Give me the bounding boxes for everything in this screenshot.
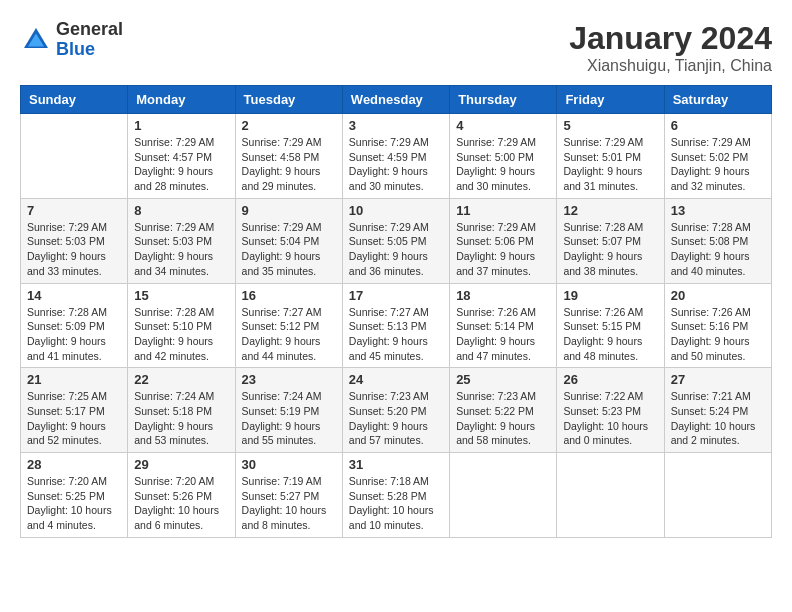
calendar-cell: 22Sunrise: 7:24 AMSunset: 5:18 PMDayligh…: [128, 368, 235, 453]
calendar-cell: 26Sunrise: 7:22 AMSunset: 5:23 PMDayligh…: [557, 368, 664, 453]
day-info: Sunrise: 7:28 AMSunset: 5:08 PMDaylight:…: [671, 220, 765, 279]
day-info: Sunrise: 7:24 AMSunset: 5:18 PMDaylight:…: [134, 389, 228, 448]
calendar-cell: 15Sunrise: 7:28 AMSunset: 5:10 PMDayligh…: [128, 283, 235, 368]
day-number: 7: [27, 203, 121, 218]
day-info: Sunrise: 7:22 AMSunset: 5:23 PMDaylight:…: [563, 389, 657, 448]
day-number: 31: [349, 457, 443, 472]
location: Xianshuigu, Tianjin, China: [569, 57, 772, 75]
day-number: 6: [671, 118, 765, 133]
day-info: Sunrise: 7:29 AMSunset: 5:01 PMDaylight:…: [563, 135, 657, 194]
calendar-cell: 25Sunrise: 7:23 AMSunset: 5:22 PMDayligh…: [450, 368, 557, 453]
day-info: Sunrise: 7:28 AMSunset: 5:09 PMDaylight:…: [27, 305, 121, 364]
calendar-cell: 1Sunrise: 7:29 AMSunset: 4:57 PMDaylight…: [128, 114, 235, 199]
logo-text: General Blue: [56, 20, 123, 60]
weekday-header-tuesday: Tuesday: [235, 86, 342, 114]
day-number: 17: [349, 288, 443, 303]
day-info: Sunrise: 7:29 AMSunset: 5:04 PMDaylight:…: [242, 220, 336, 279]
day-number: 24: [349, 372, 443, 387]
calendar-cell: 3Sunrise: 7:29 AMSunset: 4:59 PMDaylight…: [342, 114, 449, 199]
day-number: 1: [134, 118, 228, 133]
day-info: Sunrise: 7:19 AMSunset: 5:27 PMDaylight:…: [242, 474, 336, 533]
day-info: Sunrise: 7:29 AMSunset: 5:02 PMDaylight:…: [671, 135, 765, 194]
calendar-cell: 6Sunrise: 7:29 AMSunset: 5:02 PMDaylight…: [664, 114, 771, 199]
logo-general: General: [56, 19, 123, 39]
calendar-cell: 14Sunrise: 7:28 AMSunset: 5:09 PMDayligh…: [21, 283, 128, 368]
day-number: 5: [563, 118, 657, 133]
day-info: Sunrise: 7:29 AMSunset: 4:59 PMDaylight:…: [349, 135, 443, 194]
week-row-4: 28Sunrise: 7:20 AMSunset: 5:25 PMDayligh…: [21, 453, 772, 538]
day-info: Sunrise: 7:27 AMSunset: 5:13 PMDaylight:…: [349, 305, 443, 364]
calendar-cell: 29Sunrise: 7:20 AMSunset: 5:26 PMDayligh…: [128, 453, 235, 538]
day-info: Sunrise: 7:29 AMSunset: 5:03 PMDaylight:…: [27, 220, 121, 279]
calendar-cell: 12Sunrise: 7:28 AMSunset: 5:07 PMDayligh…: [557, 198, 664, 283]
logo-icon: [20, 24, 52, 56]
week-row-1: 7Sunrise: 7:29 AMSunset: 5:03 PMDaylight…: [21, 198, 772, 283]
day-info: Sunrise: 7:28 AMSunset: 5:10 PMDaylight:…: [134, 305, 228, 364]
day-info: Sunrise: 7:26 AMSunset: 5:16 PMDaylight:…: [671, 305, 765, 364]
weekday-header-friday: Friday: [557, 86, 664, 114]
calendar-cell: 16Sunrise: 7:27 AMSunset: 5:12 PMDayligh…: [235, 283, 342, 368]
month-title: January 2024: [569, 20, 772, 57]
day-info: Sunrise: 7:29 AMSunset: 4:57 PMDaylight:…: [134, 135, 228, 194]
day-number: 21: [27, 372, 121, 387]
day-number: 25: [456, 372, 550, 387]
page-header: General Blue January 2024 Xianshuigu, Ti…: [20, 20, 772, 75]
logo: General Blue: [20, 20, 123, 60]
weekday-header-wednesday: Wednesday: [342, 86, 449, 114]
day-info: Sunrise: 7:29 AMSunset: 5:05 PMDaylight:…: [349, 220, 443, 279]
day-info: Sunrise: 7:26 AMSunset: 5:14 PMDaylight:…: [456, 305, 550, 364]
calendar-cell: [557, 453, 664, 538]
day-number: 9: [242, 203, 336, 218]
weekday-header-thursday: Thursday: [450, 86, 557, 114]
week-row-3: 21Sunrise: 7:25 AMSunset: 5:17 PMDayligh…: [21, 368, 772, 453]
day-info: Sunrise: 7:20 AMSunset: 5:26 PMDaylight:…: [134, 474, 228, 533]
day-number: 10: [349, 203, 443, 218]
week-row-2: 14Sunrise: 7:28 AMSunset: 5:09 PMDayligh…: [21, 283, 772, 368]
day-info: Sunrise: 7:23 AMSunset: 5:22 PMDaylight:…: [456, 389, 550, 448]
calendar-cell: 4Sunrise: 7:29 AMSunset: 5:00 PMDaylight…: [450, 114, 557, 199]
day-number: 29: [134, 457, 228, 472]
day-number: 2: [242, 118, 336, 133]
weekday-header-monday: Monday: [128, 86, 235, 114]
calendar-cell: 18Sunrise: 7:26 AMSunset: 5:14 PMDayligh…: [450, 283, 557, 368]
calendar-table: SundayMondayTuesdayWednesdayThursdayFrid…: [20, 85, 772, 538]
calendar-cell: 2Sunrise: 7:29 AMSunset: 4:58 PMDaylight…: [235, 114, 342, 199]
calendar-cell: 28Sunrise: 7:20 AMSunset: 5:25 PMDayligh…: [21, 453, 128, 538]
day-number: 20: [671, 288, 765, 303]
calendar-cell: 10Sunrise: 7:29 AMSunset: 5:05 PMDayligh…: [342, 198, 449, 283]
day-info: Sunrise: 7:29 AMSunset: 5:06 PMDaylight:…: [456, 220, 550, 279]
weekday-header-row: SundayMondayTuesdayWednesdayThursdayFrid…: [21, 86, 772, 114]
calendar-cell: 8Sunrise: 7:29 AMSunset: 5:03 PMDaylight…: [128, 198, 235, 283]
day-number: 14: [27, 288, 121, 303]
day-number: 3: [349, 118, 443, 133]
title-block: January 2024 Xianshuigu, Tianjin, China: [569, 20, 772, 75]
day-info: Sunrise: 7:25 AMSunset: 5:17 PMDaylight:…: [27, 389, 121, 448]
calendar-cell: 21Sunrise: 7:25 AMSunset: 5:17 PMDayligh…: [21, 368, 128, 453]
day-number: 13: [671, 203, 765, 218]
day-number: 30: [242, 457, 336, 472]
weekday-header-sunday: Sunday: [21, 86, 128, 114]
day-number: 28: [27, 457, 121, 472]
calendar-cell: 30Sunrise: 7:19 AMSunset: 5:27 PMDayligh…: [235, 453, 342, 538]
day-number: 18: [456, 288, 550, 303]
calendar-cell: 5Sunrise: 7:29 AMSunset: 5:01 PMDaylight…: [557, 114, 664, 199]
day-info: Sunrise: 7:26 AMSunset: 5:15 PMDaylight:…: [563, 305, 657, 364]
day-info: Sunrise: 7:27 AMSunset: 5:12 PMDaylight:…: [242, 305, 336, 364]
day-number: 15: [134, 288, 228, 303]
day-info: Sunrise: 7:28 AMSunset: 5:07 PMDaylight:…: [563, 220, 657, 279]
calendar-cell: [450, 453, 557, 538]
week-row-0: 1Sunrise: 7:29 AMSunset: 4:57 PMDaylight…: [21, 114, 772, 199]
day-info: Sunrise: 7:29 AMSunset: 4:58 PMDaylight:…: [242, 135, 336, 194]
calendar-cell: 9Sunrise: 7:29 AMSunset: 5:04 PMDaylight…: [235, 198, 342, 283]
day-number: 4: [456, 118, 550, 133]
day-info: Sunrise: 7:23 AMSunset: 5:20 PMDaylight:…: [349, 389, 443, 448]
day-number: 22: [134, 372, 228, 387]
calendar-cell: [21, 114, 128, 199]
weekday-header-saturday: Saturday: [664, 86, 771, 114]
calendar-cell: 17Sunrise: 7:27 AMSunset: 5:13 PMDayligh…: [342, 283, 449, 368]
day-info: Sunrise: 7:24 AMSunset: 5:19 PMDaylight:…: [242, 389, 336, 448]
calendar-cell: 19Sunrise: 7:26 AMSunset: 5:15 PMDayligh…: [557, 283, 664, 368]
day-info: Sunrise: 7:18 AMSunset: 5:28 PMDaylight:…: [349, 474, 443, 533]
calendar-cell: 31Sunrise: 7:18 AMSunset: 5:28 PMDayligh…: [342, 453, 449, 538]
day-number: 26: [563, 372, 657, 387]
